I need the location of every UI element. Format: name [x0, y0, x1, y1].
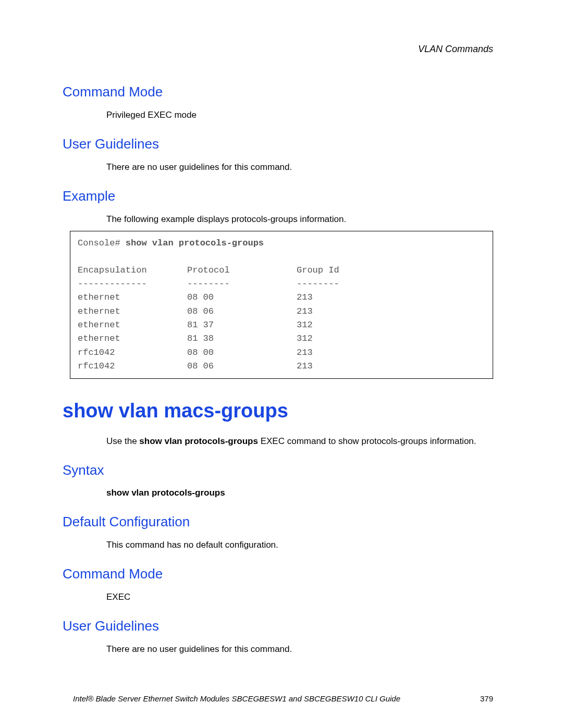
text-command-description: Use the show vlan protocols-groups EXEC …	[63, 436, 500, 448]
code-dash: --------	[297, 277, 485, 291]
code-data-row: ethernet 81 38 312	[78, 332, 485, 346]
text-command-mode-2: EXEC	[63, 591, 500, 603]
text-default-config: This command has no default configuratio…	[63, 539, 500, 551]
footer-page-number: 379	[462, 694, 500, 703]
code-data-row: rfc1042 08 06 213	[78, 360, 485, 373]
code-cell: 81 37	[187, 318, 297, 332]
text-user-guidelines-1: There are no user guidelines for this co…	[63, 162, 500, 174]
code-cell: ethernet	[78, 332, 187, 346]
code-data-row: ethernet 08 06 213	[78, 305, 485, 318]
text-syntax-line: show vlan protocols-groups	[63, 488, 500, 498]
code-cell: 08 00	[187, 291, 297, 304]
code-data-row: rfc1042 08 00 213	[78, 346, 485, 360]
heading-command-mode-2: Command Mode	[63, 566, 500, 582]
code-cell: 312	[297, 318, 485, 332]
heading-default-config: Default Configuration	[63, 514, 500, 530]
heading-command-mode-1: Command Mode	[63, 84, 500, 100]
code-cell: 08 06	[187, 305, 297, 318]
code-data-row: ethernet 08 00 213	[78, 291, 485, 304]
code-dash-row: ------------- -------- --------	[78, 277, 485, 291]
code-cell: 213	[297, 291, 485, 304]
code-header-row: Encapsulation Protocol Group Id	[78, 264, 485, 277]
footer-title: Intel® Blade Server Ethernet Switch Modu…	[63, 694, 462, 703]
code-col-header: Protocol	[187, 264, 297, 277]
heading-user-guidelines-1: User Guidelines	[63, 136, 500, 152]
code-cell: 213	[297, 360, 485, 373]
desc-bold: show vlan protocols-groups	[139, 436, 258, 446]
code-dash: -------------	[78, 277, 187, 291]
code-cell: 08 06	[187, 360, 297, 373]
desc-post: EXEC command to show protocols-groups in…	[258, 436, 476, 446]
code-cell: rfc1042	[78, 360, 187, 373]
code-cell: ethernet	[78, 291, 187, 304]
code-cell: 312	[297, 332, 485, 346]
code-cell: 08 00	[187, 346, 297, 360]
code-col-header: Encapsulation	[78, 264, 187, 277]
text-user-guidelines-2: There are no user guidelines for this co…	[63, 644, 500, 656]
heading-example: Example	[63, 188, 500, 204]
code-cell: ethernet	[78, 318, 187, 332]
heading-command-title: show vlan macs-groups	[63, 400, 500, 422]
code-cell: rfc1042	[78, 346, 187, 360]
heading-syntax: Syntax	[63, 462, 500, 478]
text-command-mode-1: Privileged EXEC mode	[63, 109, 500, 121]
text-example-intro: The following example displays protocols…	[63, 214, 500, 226]
code-cell: 213	[297, 346, 485, 360]
chapter-header: VLAN Commands	[63, 44, 500, 55]
code-command: show vlan protocols-groups	[126, 238, 264, 248]
code-cell: ethernet	[78, 305, 187, 318]
code-block-example: Console# show vlan protocols-groups Enca…	[70, 231, 493, 379]
code-cell: 81 38	[187, 332, 297, 346]
code-cell: 213	[297, 305, 485, 318]
code-dash: --------	[187, 277, 297, 291]
code-col-header: Group Id	[297, 264, 485, 277]
page-footer: Intel® Blade Server Ethernet Switch Modu…	[63, 694, 500, 703]
desc-pre: Use the	[106, 436, 139, 446]
code-data-row: ethernet 81 37 312	[78, 318, 485, 332]
heading-user-guidelines-2: User Guidelines	[63, 618, 500, 634]
code-prompt: Console#	[78, 238, 126, 248]
